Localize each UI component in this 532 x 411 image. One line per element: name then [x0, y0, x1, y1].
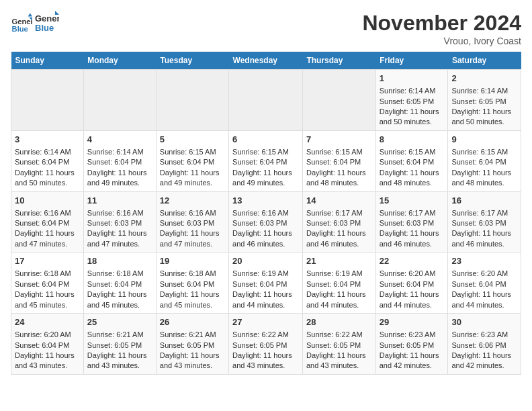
day-number: 29 — [380, 316, 445, 328]
day-number: 15 — [380, 195, 445, 207]
col-header-friday: Friday — [375, 52, 448, 70]
calendar-header-row: SundayMondayTuesdayWednesdayThursdayFrid… — [11, 52, 521, 70]
daylight-text: Daylight: 11 hours and 47 minutes. — [87, 229, 147, 247]
calendar-cell: 2Sunrise: 6:14 AMSunset: 6:05 PMDaylight… — [448, 70, 521, 131]
sunrise-text: Sunrise: 6:16 AM — [15, 209, 71, 217]
daylight-text: Daylight: 11 hours and 46 minutes. — [451, 229, 511, 247]
daylight-text: Daylight: 11 hours and 42 minutes. — [380, 351, 439, 369]
sunset-text: Sunset: 6:04 PM — [15, 280, 69, 288]
sunrise-text: Sunrise: 6:17 AM — [451, 209, 508, 217]
calendar-cell: 7Sunrise: 6:15 AMSunset: 6:04 PMDaylight… — [302, 130, 375, 191]
general-blue-logo-icon: General Blue — [35, 11, 59, 35]
sunrise-text: Sunrise: 6:16 AM — [160, 209, 216, 217]
daylight-text: Daylight: 11 hours and 50 minutes. — [380, 107, 439, 126]
daylight-text: Daylight: 11 hours and 43 minutes. — [306, 351, 366, 369]
calendar-cell: 10Sunrise: 6:16 AMSunset: 6:04 PMDayligh… — [11, 191, 84, 253]
sunrise-text: Sunrise: 6:16 AM — [87, 209, 144, 217]
day-number: 28 — [306, 316, 372, 328]
sunrise-text: Sunrise: 6:19 AM — [232, 269, 289, 277]
calendar-cell: 5Sunrise: 6:15 AMSunset: 6:04 PMDaylight… — [156, 130, 228, 191]
sunset-text: Sunset: 6:04 PM — [15, 341, 69, 349]
day-number: 5 — [160, 134, 225, 146]
sunset-text: Sunset: 6:04 PM — [15, 158, 69, 166]
sunset-text: Sunset: 6:03 PM — [232, 219, 287, 227]
daylight-text: Daylight: 11 hours and 44 minutes. — [451, 290, 511, 308]
daylight-text: Daylight: 11 hours and 48 minutes. — [380, 169, 439, 187]
sunset-text: Sunset: 6:03 PM — [160, 219, 214, 227]
col-header-tuesday: Tuesday — [156, 52, 228, 70]
sunrise-text: Sunrise: 6:16 AM — [232, 209, 289, 217]
sunrise-text: Sunrise: 6:15 AM — [451, 148, 508, 156]
calendar-cell: 20Sunrise: 6:19 AMSunset: 6:04 PMDayligh… — [229, 253, 303, 314]
calendar-cell: 1Sunrise: 6:14 AMSunset: 6:05 PMDaylight… — [375, 70, 448, 131]
col-header-sunday: Sunday — [11, 52, 84, 70]
svg-marker-6 — [55, 11, 59, 15]
sunset-text: Sunset: 6:05 PM — [380, 97, 434, 105]
daylight-text: Daylight: 11 hours and 44 minutes. — [232, 290, 292, 308]
sunset-text: Sunset: 6:03 PM — [87, 219, 142, 227]
day-number: 27 — [232, 316, 299, 328]
daylight-text: Daylight: 11 hours and 48 minutes. — [306, 169, 366, 187]
sunrise-text: Sunrise: 6:21 AM — [87, 330, 144, 338]
calendar-cell: 12Sunrise: 6:16 AMSunset: 6:03 PMDayligh… — [156, 191, 228, 253]
calendar-cell: 19Sunrise: 6:18 AMSunset: 6:04 PMDayligh… — [156, 253, 228, 314]
calendar-week-3: 10Sunrise: 6:16 AMSunset: 6:04 PMDayligh… — [11, 191, 521, 253]
sunrise-text: Sunrise: 6:22 AM — [232, 330, 289, 338]
day-number: 7 — [306, 134, 372, 146]
sunset-text: Sunset: 6:04 PM — [232, 158, 287, 166]
sunset-text: Sunset: 6:04 PM — [160, 280, 214, 288]
sunrise-text: Sunrise: 6:20 AM — [451, 269, 508, 277]
daylight-text: Daylight: 11 hours and 49 minutes. — [160, 169, 220, 187]
daylight-text: Daylight: 11 hours and 43 minutes. — [232, 351, 292, 369]
daylight-text: Daylight: 11 hours and 47 minutes. — [160, 229, 220, 247]
calendar-cell: 6Sunrise: 6:15 AMSunset: 6:04 PMDaylight… — [229, 130, 303, 191]
svg-text:General: General — [35, 13, 59, 24]
sunrise-text: Sunrise: 6:19 AM — [306, 269, 363, 277]
sunrise-text: Sunrise: 6:15 AM — [160, 148, 216, 156]
sunset-text: Sunset: 6:04 PM — [87, 280, 142, 288]
day-number: 21 — [306, 255, 372, 267]
day-number: 23 — [451, 255, 517, 267]
sunrise-text: Sunrise: 6:20 AM — [15, 330, 71, 338]
daylight-text: Daylight: 11 hours and 43 minutes. — [87, 351, 147, 369]
daylight-text: Daylight: 11 hours and 49 minutes. — [232, 169, 292, 187]
calendar-cell: 28Sunrise: 6:22 AMSunset: 6:05 PMDayligh… — [302, 314, 375, 375]
day-number: 1 — [380, 73, 445, 85]
sunset-text: Sunset: 6:04 PM — [306, 280, 361, 288]
calendar-week-4: 17Sunrise: 6:18 AMSunset: 6:04 PMDayligh… — [11, 253, 521, 314]
calendar-cell: 14Sunrise: 6:17 AMSunset: 6:03 PMDayligh… — [302, 191, 375, 253]
location: Vrouo, Ivory Coast — [362, 36, 521, 46]
sunrise-text: Sunrise: 6:15 AM — [380, 148, 436, 156]
calendar-week-1: 1Sunrise: 6:14 AMSunset: 6:05 PMDaylight… — [11, 70, 521, 131]
sunrise-text: Sunrise: 6:14 AM — [451, 87, 508, 95]
day-number: 22 — [380, 255, 445, 267]
day-number: 8 — [380, 134, 445, 146]
sunrise-text: Sunrise: 6:17 AM — [306, 209, 363, 217]
sunrise-text: Sunrise: 6:18 AM — [160, 269, 216, 277]
daylight-text: Daylight: 11 hours and 46 minutes. — [232, 229, 292, 247]
logo: General Blue General Blue — [11, 11, 59, 35]
calendar-cell: 4Sunrise: 6:14 AMSunset: 6:04 PMDaylight… — [83, 130, 156, 191]
calendar-cell: 24Sunrise: 6:20 AMSunset: 6:04 PMDayligh… — [11, 314, 84, 375]
day-number: 12 — [160, 195, 225, 207]
calendar-cell: 26Sunrise: 6:21 AMSunset: 6:05 PMDayligh… — [156, 314, 228, 375]
day-number: 26 — [160, 316, 225, 328]
day-number: 2 — [451, 73, 517, 85]
sunset-text: Sunset: 6:05 PM — [160, 341, 214, 349]
day-number: 17 — [15, 255, 80, 267]
calendar-week-2: 3Sunrise: 6:14 AMSunset: 6:04 PMDaylight… — [11, 130, 521, 191]
day-number: 30 — [451, 316, 517, 328]
calendar-cell — [229, 70, 303, 131]
daylight-text: Daylight: 11 hours and 45 minutes. — [15, 290, 75, 308]
day-number: 11 — [87, 195, 152, 207]
logo-icon: General Blue — [11, 12, 32, 34]
calendar-cell: 8Sunrise: 6:15 AMSunset: 6:04 PMDaylight… — [375, 130, 448, 191]
sunset-text: Sunset: 6:06 PM — [451, 341, 506, 349]
daylight-text: Daylight: 11 hours and 47 minutes. — [15, 229, 75, 247]
calendar-cell: 25Sunrise: 6:21 AMSunset: 6:05 PMDayligh… — [83, 314, 156, 375]
sunset-text: Sunset: 6:04 PM — [380, 280, 434, 288]
day-number: 3 — [15, 134, 80, 146]
calendar-cell: 17Sunrise: 6:18 AMSunset: 6:04 PMDayligh… — [11, 253, 84, 314]
sunset-text: Sunset: 6:04 PM — [380, 158, 434, 166]
sunset-text: Sunset: 6:05 PM — [306, 341, 361, 349]
